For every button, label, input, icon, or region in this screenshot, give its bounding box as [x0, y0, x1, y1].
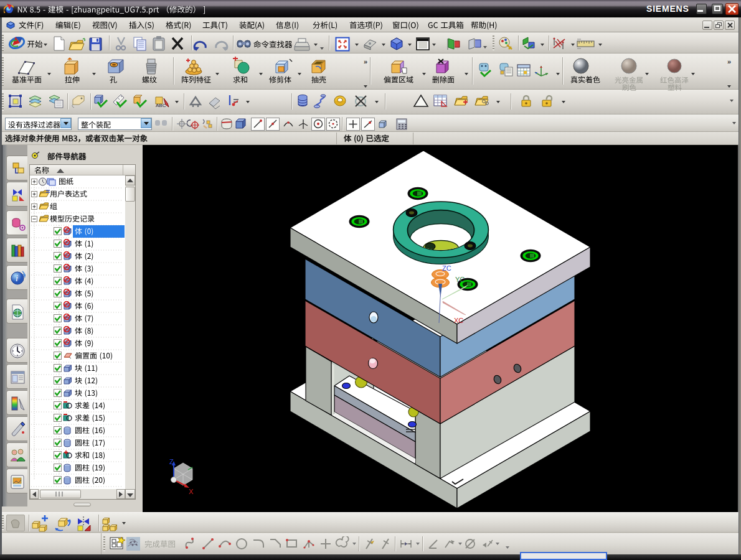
svg-text:ABC: ABC	[156, 103, 166, 108]
svg-text:ZC: ZC	[442, 264, 451, 272]
svg-text:YC: YC	[455, 276, 465, 283]
svg-text:XC: XC	[454, 317, 463, 324]
svg-text:Z: Z	[169, 458, 174, 465]
svg-text:X: X	[189, 488, 194, 495]
svg-text:i: i	[16, 274, 18, 283]
